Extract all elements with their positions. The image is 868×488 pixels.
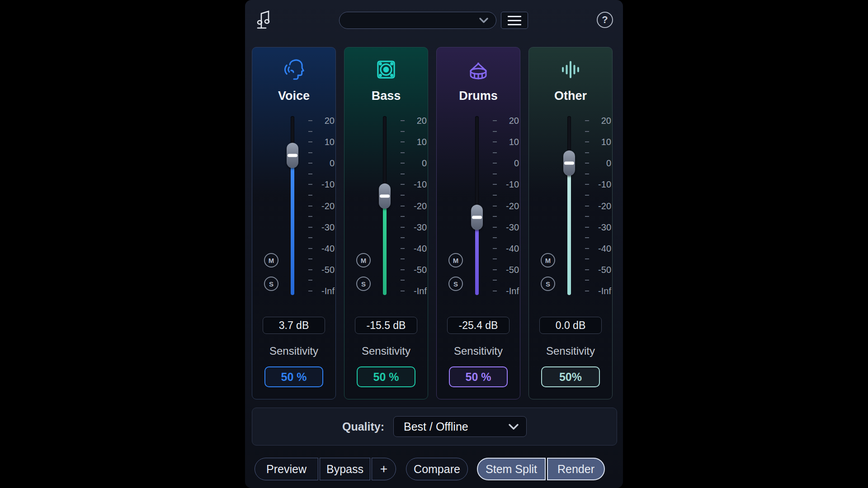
fader-tick [308, 248, 312, 249]
fader-minor-tick [308, 174, 312, 174]
fader-scale-label: -Inf [591, 285, 611, 297]
fader-tick [493, 120, 497, 121]
fader-minor-tick [585, 237, 589, 238]
render-button[interactable]: Render [547, 458, 605, 480]
fader-tick [493, 141, 497, 142]
fader-scale-label: 10 [499, 136, 519, 148]
add-module-button[interactable]: + [372, 458, 396, 480]
fader-thumb[interactable] [379, 183, 391, 209]
fader-thumb[interactable] [287, 143, 298, 168]
fader-minor-tick [493, 195, 497, 196]
fader-scale-label: -50 [315, 263, 335, 276]
fader-minor-tick [493, 131, 497, 132]
fader-minor-tick [401, 195, 405, 196]
mute-button[interactable]: M [448, 253, 463, 267]
plugin-window: ? Voice 20100-10-20-30-40-50-Inf M S 3.7… [0, 0, 868, 488]
mute-button[interactable]: M [541, 253, 555, 267]
fader-tick [308, 120, 312, 121]
fader-minor-tick [493, 258, 497, 259]
fader-minor-tick [401, 258, 405, 259]
solo-button[interactable]: S [356, 277, 371, 291]
fader-tick [493, 163, 497, 164]
fader-scale-label: 20 [499, 114, 519, 127]
fader-tick [308, 206, 312, 206]
fader-tick [401, 269, 405, 270]
fader-fill [383, 196, 387, 295]
gain-value-field[interactable]: -25.4 dB [447, 317, 509, 334]
sensitivity-value-field[interactable]: 50 % [357, 366, 415, 387]
fader-minor-tick [308, 258, 312, 259]
fader-tick [308, 269, 312, 270]
fader-minor-tick [401, 131, 405, 132]
stem-split-button[interactable]: Stem Split [477, 458, 546, 480]
sensitivity-value-field[interactable]: 50 % [449, 366, 508, 387]
fader-tick [585, 248, 589, 249]
fader-scale-label: -Inf [407, 285, 427, 297]
fader-minor-tick [401, 237, 405, 238]
fader-tick [585, 206, 589, 206]
stem-column-voice: Voice 20100-10-20-30-40-50-Inf M S 3.7 d… [252, 47, 336, 399]
fader-minor-tick [308, 152, 312, 153]
fader-tick [493, 184, 497, 185]
fader-scale-label: -30 [591, 221, 611, 234]
fader-scale-label: 0 [315, 157, 335, 169]
help-button[interactable]: ? [597, 12, 613, 28]
fader-scale-label: -20 [591, 200, 611, 212]
fader-minor-tick [585, 174, 589, 174]
bypass-button[interactable]: Bypass [320, 458, 370, 480]
fader-scale-label: 20 [407, 114, 427, 127]
menu-button[interactable] [501, 12, 528, 29]
fader-minor-tick [493, 152, 497, 153]
sensitivity-label: Sensitivity [344, 345, 428, 357]
sensitivity-value-field[interactable]: 50% [541, 366, 600, 387]
fader-minor-tick [401, 216, 405, 217]
solo-button[interactable]: S [264, 277, 278, 291]
fader-minor-tick [585, 131, 589, 132]
fader-tick [493, 291, 497, 291]
fader-thumb[interactable] [563, 150, 575, 176]
fader-scale-label: 20 [315, 114, 335, 127]
fader-scale-label: -40 [499, 242, 519, 255]
stem-column-drums: Drums 20100-10-20-30-40-50-Inf M S -25.4… [436, 47, 520, 399]
fader-scale-label: -50 [591, 263, 611, 276]
quality-dropdown[interactable]: Best / Offline [393, 416, 527, 437]
fader-tick [308, 227, 312, 228]
fader-minor-tick [493, 237, 497, 238]
gain-value-field[interactable]: -15.5 dB [355, 317, 417, 334]
gain-value-field[interactable]: 3.7 dB [263, 317, 325, 334]
stem-title: Bass [344, 89, 428, 103]
fader-minor-tick [493, 280, 497, 281]
quality-label: Quality: [342, 420, 384, 433]
sensitivity-value-field[interactable]: 50 % [264, 366, 323, 387]
fader-thumb[interactable] [471, 205, 483, 230]
stem-title: Drums [437, 89, 520, 103]
solo-button[interactable]: S [541, 277, 555, 291]
quality-value: Best / Offline [404, 420, 468, 433]
mute-button[interactable]: M [264, 253, 278, 267]
drum-icon [437, 56, 520, 84]
fader-minor-tick [308, 216, 312, 217]
fader-scale-label: -10 [591, 178, 611, 191]
preset-dropdown[interactable] [339, 12, 496, 29]
mute-button[interactable]: M [356, 253, 371, 267]
fader-tick [401, 141, 405, 142]
fader-tick [585, 141, 589, 142]
solo-button[interactable]: S [448, 277, 463, 291]
fader-minor-tick [585, 195, 589, 196]
fader-tick [401, 184, 405, 185]
fader-scale-label: -10 [407, 178, 427, 191]
fader-scale-label: -20 [407, 200, 427, 212]
preview-button[interactable]: Preview [255, 458, 318, 480]
sensitivity-label: Sensitivity [529, 345, 612, 357]
fader-scale-label: -30 [407, 221, 427, 234]
fader-scale-label: -30 [499, 221, 519, 234]
fader-tick [493, 206, 497, 206]
fader-tick [401, 163, 405, 164]
fader-scale-label: -20 [315, 200, 335, 212]
compare-button[interactable]: Compare [406, 458, 468, 480]
gain-value-field[interactable]: 0.0 dB [539, 317, 602, 334]
plugin-panel: ? Voice 20100-10-20-30-40-50-Inf M S 3.7… [245, 0, 623, 488]
fader-scale-label: -Inf [499, 285, 519, 297]
stem-title: Voice [252, 89, 335, 103]
fader-tick [401, 120, 405, 121]
